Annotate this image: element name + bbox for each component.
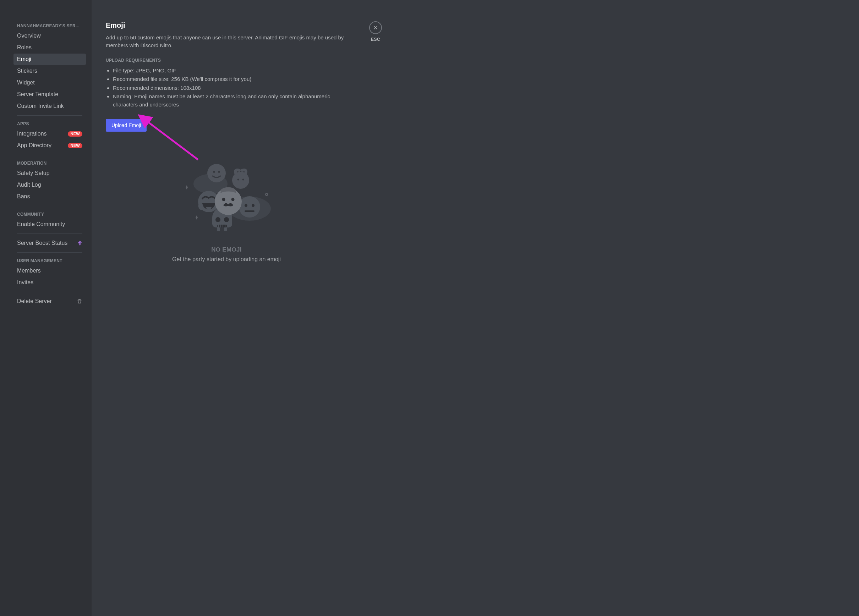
- sidebar-item-overview[interactable]: Overview: [14, 30, 86, 42]
- empty-state-illustration: [178, 159, 274, 237]
- sidebar-section-header: USER MANAGEMENT: [14, 256, 86, 265]
- sidebar-item-label: Bans: [17, 193, 30, 200]
- svg-point-4: [213, 171, 215, 173]
- trash-icon: [77, 298, 82, 304]
- upload-requirements-header: UPLOAD REQUIREMENTS: [106, 58, 347, 63]
- sidebar-item-label: Safety Setup: [17, 170, 50, 176]
- sidebar-divider: [17, 115, 82, 116]
- sidebar-item-members[interactable]: Members: [14, 265, 86, 276]
- close-label: ESC: [371, 37, 380, 42]
- sidebar-item-label: Overview: [17, 33, 41, 39]
- svg-point-12: [245, 204, 247, 207]
- page-title: Emoji: [106, 21, 347, 30]
- sidebar-item-label: Invites: [17, 279, 33, 285]
- requirement-item: Recommended file size: 256 KB (We'll com…: [113, 75, 347, 84]
- svg-point-7: [237, 179, 239, 181]
- sidebar-item-label: Integrations: [17, 131, 47, 137]
- sidebar-item-label: App Directory: [17, 142, 52, 149]
- sidebar-item-custom-invite-link[interactable]: Custom Invite Link: [14, 100, 86, 112]
- sidebar-section-header: COMMUNITY: [14, 210, 86, 218]
- empty-state-title: NO EMOJI: [211, 246, 242, 253]
- svg-point-8: [242, 179, 244, 181]
- requirement-item: Naming: Emoji names must be at least 2 c…: [113, 92, 347, 109]
- requirement-item: File type: JPEG, PNG, GIF: [113, 66, 347, 75]
- sidebar-item-label: Widget: [17, 80, 35, 86]
- page-description: Add up to 50 custom emojis that anyone c…: [106, 34, 347, 49]
- sidebar-item-audit-log[interactable]: Audit Log: [14, 179, 86, 190]
- sidebar-item-invites[interactable]: Invites: [14, 277, 86, 288]
- sidebar-divider: [17, 292, 82, 292]
- sidebar-item-roles[interactable]: Roles: [14, 42, 86, 53]
- boost-icon: [77, 240, 82, 246]
- sidebar-item-label: Delete Server: [17, 298, 52, 304]
- empty-state-subtitle: Get the party started by uploading an em…: [172, 256, 281, 263]
- sidebar-item-label: Audit Log: [17, 182, 41, 188]
- sidebar-divider: [17, 234, 82, 234]
- upload-emoji-button[interactable]: Upload Emoji: [106, 119, 147, 132]
- svg-line-26: [141, 116, 198, 160]
- sidebar-item-label: Enable Community: [17, 221, 65, 228]
- sidebar-item-safety-setup[interactable]: Safety Setup: [14, 167, 86, 179]
- sidebar-divider: [17, 155, 82, 155]
- content-divider: [106, 141, 347, 141]
- sidebar-item-enable-community[interactable]: Enable Community: [14, 218, 86, 230]
- sidebar-item-emoji[interactable]: Emoji: [14, 54, 86, 65]
- svg-point-2: [266, 193, 268, 195]
- svg-point-6: [232, 172, 249, 189]
- svg-point-3: [207, 164, 226, 182]
- svg-point-11: [239, 196, 260, 218]
- svg-point-16: [224, 217, 229, 222]
- empty-state: NO EMOJI Get the party started by upload…: [106, 155, 347, 277]
- svg-point-22: [215, 188, 242, 215]
- sidebar-item-server-template[interactable]: Server Template: [14, 89, 86, 100]
- sidebar-item-app-directory[interactable]: App DirectoryNEW: [14, 140, 86, 151]
- sidebar-item-label: Members: [17, 268, 41, 274]
- svg-point-24: [231, 198, 234, 201]
- svg-point-23: [222, 198, 225, 201]
- svg-point-5: [218, 171, 220, 173]
- svg-point-13: [251, 204, 255, 207]
- requirement-item: Recommended dimensions: 108x108: [113, 84, 347, 93]
- new-badge: NEW: [68, 131, 82, 137]
- sidebar-divider: [17, 252, 82, 253]
- close-button[interactable]: [369, 21, 382, 34]
- sidebar-item-widget[interactable]: Widget: [14, 77, 86, 88]
- new-badge: NEW: [68, 143, 82, 148]
- settings-sidebar: HANNAHMACREADY'S SER...OverviewRolesEmoj…: [0, 0, 92, 616]
- sidebar-item-integrations[interactable]: IntegrationsNEW: [14, 128, 86, 139]
- sidebar-item-label: Emoji: [17, 56, 31, 62]
- sidebar-divider: [17, 206, 82, 206]
- sidebar-item-server-boost-status[interactable]: Server Boost Status: [14, 237, 86, 249]
- settings-content: Emoji Add up to 50 custom emojis that an…: [92, 0, 859, 616]
- sidebar-item-label: Custom Invite Link: [17, 103, 64, 109]
- svg-rect-14: [245, 211, 255, 212]
- svg-point-15: [216, 217, 220, 222]
- sidebar-item-label: Roles: [17, 44, 31, 51]
- sidebar-section-header: APPS: [14, 119, 86, 128]
- server-name-header: HANNAHMACREADY'S SER...: [14, 21, 86, 30]
- sidebar-section-header: MODERATION: [14, 159, 86, 167]
- sidebar-item-stickers[interactable]: Stickers: [14, 65, 86, 76]
- sidebar-item-label: Server Template: [17, 91, 58, 98]
- sidebar-item-bans[interactable]: Bans: [14, 191, 86, 202]
- sidebar-item-delete-server[interactable]: Delete Server: [14, 296, 86, 307]
- upload-requirements-list: File type: JPEG, PNG, GIFRecommended fil…: [106, 66, 347, 109]
- close-icon: [373, 25, 378, 31]
- sidebar-item-label: Server Boost Status: [17, 240, 67, 246]
- sidebar-item-label: Stickers: [17, 68, 37, 74]
